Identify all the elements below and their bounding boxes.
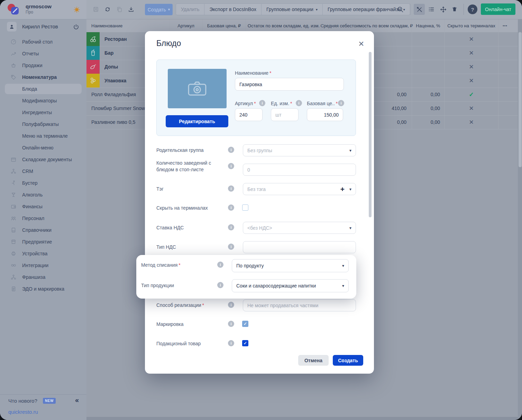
- product-type-select[interactable]: Соки и сахаросодержащие напитки▾: [232, 279, 349, 292]
- list-view-button[interactable]: [426, 4, 437, 15]
- parent-group-select[interactable]: Без группы▾: [243, 144, 356, 156]
- col-markup[interactable]: Наценка, %: [412, 19, 445, 32]
- sidebar-item-sales[interactable]: Продажи: [0, 60, 86, 71]
- unit-label: Ед. изм.*: [271, 101, 292, 106]
- col-hidden[interactable]: Скрыто на терминалах: [445, 19, 498, 32]
- hidden-x-icon: [445, 32, 498, 46]
- sidebar-item-crm[interactable]: CRM: [0, 165, 86, 177]
- col-avg-cost[interactable]: Средняя себестоимость по всем складам, ₽: [322, 19, 412, 32]
- user-row[interactable]: Кирилл Рестов: [0, 19, 86, 35]
- photo-placeholder[interactable]: [168, 69, 227, 108]
- writeoff-method-select[interactable]: По продукту▾: [232, 259, 349, 272]
- row-markup: 0,00: [412, 101, 440, 115]
- tag-select[interactable]: Без тэга+▾: [243, 183, 356, 195]
- sidebar-item-dishes[interactable]: Блюда: [0, 83, 86, 95]
- copy-button[interactable]: [114, 4, 125, 15]
- vertical-scrollbar[interactable]: [518, 19, 522, 420]
- download-button[interactable]: [126, 4, 137, 15]
- info-icon[interactable]: i: [228, 147, 234, 153]
- hide-on-terminals-checkbox[interactable]: [242, 204, 248, 211]
- horizontal-scrollbar[interactable]: [86, 417, 518, 420]
- sidebar-item-modifiers[interactable]: Модификаторы: [0, 95, 86, 107]
- delete-button[interactable]: Удалить: [176, 4, 204, 15]
- name-input[interactable]: Газировка: [235, 78, 344, 91]
- info-icon[interactable]: i: [217, 262, 223, 268]
- info-icon[interactable]: i: [228, 302, 234, 308]
- excise-label: Подакцизный товар: [156, 341, 201, 346]
- theme-sun-icon[interactable]: [71, 4, 82, 15]
- edit-photo-button[interactable]: Редактировать: [166, 115, 228, 127]
- close-icon[interactable]: ✕: [358, 40, 364, 47]
- sidebar-item-edo[interactable]: ЭДО и маркировка: [0, 283, 86, 295]
- scrollbar-thumb[interactable]: [519, 32, 522, 167]
- cancel-button[interactable]: Отмена: [298, 355, 329, 366]
- sidebar-item-ingredients[interactable]: Ингредиенты: [0, 107, 86, 118]
- sidebar-item-reports[interactable]: Отчеты: [0, 48, 86, 60]
- stoplist-count-input[interactable]: 0: [243, 164, 356, 176]
- hidden-x-icon: [445, 74, 498, 88]
- save-button[interactable]: [90, 4, 101, 15]
- sidebar-item-terminal-menu[interactable]: Меню на терминале: [0, 130, 86, 142]
- help-button[interactable]: ?: [468, 4, 477, 14]
- online-chat-button[interactable]: Онлайн-чат: [481, 3, 515, 15]
- hidden-x-icon: [445, 60, 498, 74]
- info-icon[interactable]: i: [217, 282, 223, 288]
- sidebar-item-semifinished[interactable]: Полуфабрикаты: [0, 118, 86, 130]
- excise-checkbox[interactable]: [242, 340, 248, 346]
- trash-button[interactable]: [449, 4, 460, 15]
- columns-menu-button[interactable]: •••: [498, 19, 512, 32]
- export-docsinbox-button[interactable]: Экспорт в DocsInBox: [204, 4, 262, 15]
- search-button[interactable]: [395, 4, 406, 15]
- tools-button[interactable]: [414, 4, 425, 15]
- sidebar-item-finance[interactable]: Финансы: [0, 201, 86, 212]
- whats-new-link[interactable]: Что нового?: [8, 398, 37, 404]
- col-stock[interactable]: Остаток по всем складам, ед. изм.: [246, 19, 322, 32]
- col-sku[interactable]: Артикул: [170, 19, 202, 32]
- info-icon[interactable]: i: [338, 100, 344, 106]
- add-tag-icon[interactable]: +: [340, 185, 345, 193]
- base-price-input[interactable]: 150,00: [307, 108, 343, 121]
- marking-checkbox[interactable]: [242, 321, 248, 327]
- logout-power-icon[interactable]: [73, 24, 80, 30]
- sidebar-item-devices[interactable]: Устройства: [0, 248, 86, 259]
- info-icon[interactable]: i: [228, 204, 234, 211]
- info-icon[interactable]: i: [259, 100, 265, 106]
- sidebar-item-enterprise[interactable]: Предприятие: [0, 236, 86, 248]
- sidebar-item-franchise[interactable]: Франшиза: [0, 271, 86, 283]
- brand-plan: Про: [26, 10, 33, 15]
- info-icon[interactable]: i: [228, 224, 234, 230]
- sidebar-item-nomenclature[interactable]: Номенклатура: [0, 71, 86, 83]
- row-name: Разливное пиво 0,5: [91, 115, 135, 129]
- create-button[interactable]: Создать: [333, 355, 363, 366]
- info-icon[interactable]: i: [296, 100, 302, 106]
- sku-input[interactable]: 240: [235, 108, 263, 121]
- modal-scrollbar-thumb[interactable]: [369, 52, 372, 217]
- sidebar-item-booster[interactable]: Бустер: [0, 177, 86, 189]
- col-base-price[interactable]: Базовая цена, ₽: [202, 19, 246, 32]
- sidebar-item-integrations[interactable]: Интеграции: [0, 259, 86, 271]
- col-name[interactable]: Наименование: [91, 19, 122, 32]
- info-icon[interactable]: i: [228, 163, 234, 169]
- create-button-top[interactable]: Создать▾: [145, 4, 173, 15]
- chevron-down-icon: ▾: [342, 283, 344, 288]
- vat-type-input[interactable]: [243, 241, 356, 253]
- info-icon[interactable]: i: [228, 244, 234, 250]
- sidebar-item-online-menu[interactable]: Онлайн-меню: [0, 142, 86, 154]
- move-button[interactable]: [438, 4, 449, 15]
- sidebar-item-alcohol[interactable]: Алкоголь: [0, 189, 86, 201]
- sidebar-item-staff[interactable]: Персонал: [0, 212, 86, 224]
- vat-rate-select[interactable]: <без НДС>▾: [243, 222, 356, 234]
- info-icon[interactable]: i: [228, 185, 234, 192]
- refresh-button[interactable]: [102, 4, 113, 15]
- sidebar-item-warehouse-docs[interactable]: Складские документы: [0, 154, 86, 165]
- brand-title: qrmoscow: [26, 3, 52, 9]
- sidebar-item-dashboard[interactable]: Рабочий стол: [0, 36, 86, 48]
- sale-method-input[interactable]: Не может продаваться частями: [243, 299, 356, 311]
- info-icon[interactable]: i: [228, 321, 234, 327]
- unit-input[interactable]: шт: [271, 108, 299, 121]
- collapse-sidebar-icon[interactable]: «: [75, 396, 79, 404]
- group-operations-button[interactable]: Групповые операции▾: [262, 4, 323, 15]
- info-icon[interactable]: i: [228, 340, 234, 346]
- site-link[interactable]: quickresto.ru: [8, 409, 38, 415]
- sidebar-item-directories[interactable]: Справочники: [0, 224, 86, 236]
